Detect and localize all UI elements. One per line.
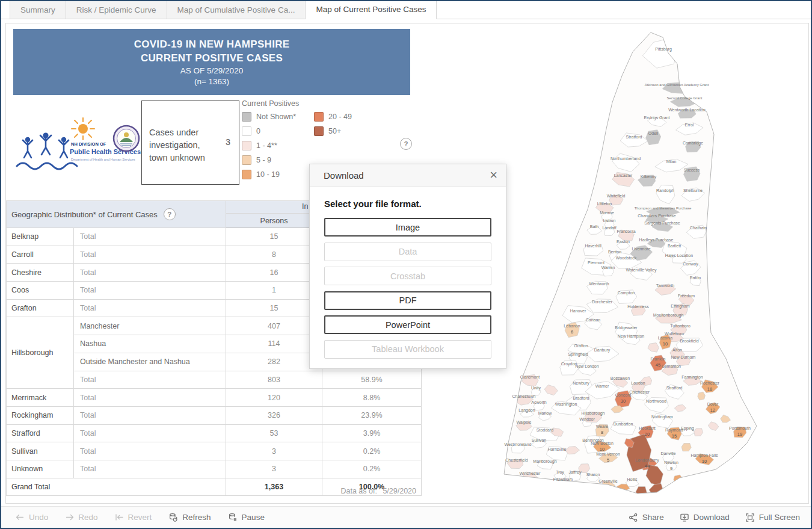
map-town-label: Stratford [626,135,642,139]
town-cell[interactable]: Total [74,228,226,246]
town-cell[interactable]: Total [74,406,226,424]
title-line-2: CURRENT POSITIVE CASES [13,52,410,64]
percent-cell[interactable]: 3.9% [322,424,422,442]
county-cell[interactable]: Belknap [7,228,74,246]
town-cell[interactable]: Total [74,371,226,389]
map-town-label: Gilmanton [662,364,681,368]
legend-label: 50+ [328,127,341,135]
tab-risk-epidemic-curve[interactable]: Risk / Epidemic Curve [66,1,167,19]
town-cell[interactable]: Total [74,460,226,478]
persons-cell[interactable]: 803 [226,371,322,389]
map-town-label: Freedom [678,294,695,298]
persons-cell[interactable]: 1 [226,282,322,300]
undo-icon [16,513,25,522]
close-icon[interactable]: × [490,167,497,183]
map-town-label: Kilkenny [641,175,657,179]
nh-town-map[interactable]: PittsburgAtkinson and Gilmanton Academy … [499,29,767,500]
pause-button[interactable]: Pause [228,513,265,522]
map-town-label: Stoddard [537,428,554,432]
persons-cell[interactable]: 282 [226,353,322,371]
help-icon[interactable]: ? [400,138,412,150]
persons-cell[interactable]: 15 [226,299,322,317]
map-town-label: Epping [681,426,694,431]
county-cell[interactable]: Hillsborough [7,317,74,389]
map-town-label: Woodstock [616,256,637,260]
map-town-label: Warren [601,265,615,270]
map-town-label: Chesterfield [505,458,527,462]
percent-cell[interactable]: 0.2% [322,442,422,460]
county-cell[interactable]: Merrimack [7,389,74,407]
map-town-label: Danville [661,451,676,456]
map-town-label: Jaffrey [569,470,582,475]
town-cell[interactable]: Total [74,246,226,264]
map-town-label: Hadleys Purchase [639,238,674,243]
county-cell[interactable]: Rockingham [7,406,74,424]
town-cell[interactable]: Outside Manchester and Nashua [74,353,226,371]
map-town-label: Wolfeboro [665,332,684,336]
map-town-label: Easton [617,240,630,244]
map-town-label: Tamworth [656,283,674,288]
legend-item-50: 50+ [314,126,352,136]
persons-cell[interactable]: 8 [226,246,322,264]
percent-cell[interactable]: 58.9% [322,371,422,389]
map-town-label: Claremont [520,375,540,379]
persons-cell[interactable]: 3 [226,442,322,460]
town-cell[interactable]: Total [74,389,226,407]
full-screen-button[interactable]: Full Screen [745,513,800,522]
tab-summary[interactable]: Summary [10,1,66,19]
map-town-label: Marlborough [533,459,556,464]
town-cell[interactable]: Total [74,282,226,300]
county-cell[interactable]: Coos [7,282,74,300]
map-town-count: 20 [645,432,650,437]
county-cell[interactable]: Unknown [7,460,74,478]
sun-icon [72,118,94,140]
map-town-region[interactable] [698,392,706,400]
investigation-label: Cases under investigation, town unknown [149,126,211,164]
revert-icon [115,513,124,522]
map-town-label: Portsmouth [729,426,751,430]
town-cell[interactable]: Total [74,264,226,282]
table-help-icon[interactable]: ? [164,208,176,220]
percent-cell[interactable]: 0.2% [322,460,422,478]
town-cell[interactable]: Total [74,299,226,317]
persons-cell[interactable]: 114 [226,335,322,353]
map-town-label: Loudon [631,381,645,385]
county-cell[interactable]: Grafton [7,299,74,317]
county-cell[interactable]: Carroll [7,246,74,264]
map-town-count: 12 [710,407,715,413]
town-cell[interactable]: Total [74,424,226,442]
persons-cell[interactable]: 3 [226,460,322,478]
download-powerpoint-button[interactable]: PowerPoint [324,315,491,334]
share-button[interactable]: Share [629,513,664,522]
persons-cell[interactable]: 120 [226,389,322,407]
persons-cell[interactable]: 407 [226,317,322,335]
footnote-value: 5/29/2020 [383,487,416,495]
county-cell[interactable]: Cheshire [7,264,74,282]
map-town-label: Winchester [519,471,541,475]
county-cell[interactable]: Sullivan [7,442,74,460]
download-button[interactable]: Download [680,513,730,522]
town-cell[interactable]: Total [74,442,226,460]
map-town-label: Hanover [570,309,586,313]
download-image-button[interactable]: Image [324,218,491,237]
redo-icon [65,513,74,522]
download-pdf-button[interactable]: PDF [324,291,491,310]
percent-cell[interactable]: 23.9% [322,406,422,424]
persons-cell[interactable]: 15 [226,228,322,246]
map-town-label: Mont Vernon [596,452,620,456]
people-figures-icon [23,132,69,158]
map-town-label: Newton [664,460,678,465]
tab-map-of-current-positive-cases[interactable]: Map of Current Positive Cases [306,0,437,19]
percent-cell[interactable]: 8.8% [322,389,422,407]
town-cell[interactable]: Nashua [74,335,226,353]
persons-cell[interactable]: 16 [226,264,322,282]
town-cell[interactable]: Manchester [74,317,226,335]
map-town-label: Odell [648,131,659,135]
tab-map-of-cumulative-positive-ca[interactable]: Map of Cumulative Positive Ca... [167,1,306,19]
persons-cell[interactable]: 53 [226,424,322,442]
county-cell[interactable]: Strafford [7,424,74,442]
legend-item-not-shown: Not Shown* [242,112,296,122]
map-town-label: Milan [666,159,677,164]
persons-cell[interactable]: 326 [226,406,322,424]
refresh-button[interactable]: Refresh [168,513,211,522]
